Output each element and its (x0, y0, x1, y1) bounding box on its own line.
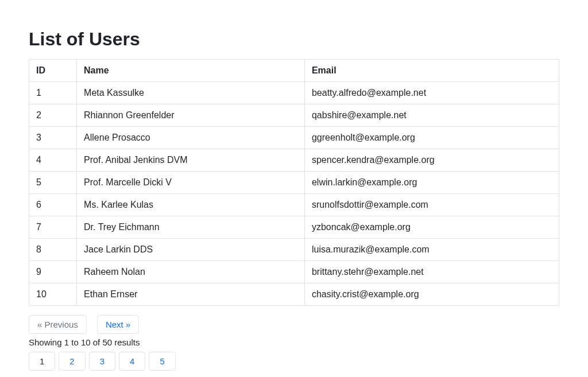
cell-id: 9 (29, 261, 77, 283)
cell-name: Ms. Karlee Kulas (77, 194, 305, 216)
next-button[interactable]: Next » (97, 315, 139, 334)
pagination-pages: 12345 (29, 352, 559, 371)
cell-email: chasity.crist@example.org (304, 283, 559, 306)
cell-id: 10 (29, 283, 77, 306)
table-row: 9Raheem Nolanbrittany.stehr@example.net (29, 261, 559, 283)
page-title: List of Users (29, 29, 559, 50)
cell-id: 7 (29, 216, 77, 239)
cell-email: elwin.larkin@example.org (304, 172, 559, 194)
cell-id: 6 (29, 194, 77, 216)
cell-email: spencer.kendra@example.org (304, 149, 559, 172)
cell-email: luisa.murazik@example.com (304, 239, 559, 261)
cell-id: 1 (29, 82, 77, 104)
page-link-2[interactable]: 2 (59, 352, 85, 371)
page-link-3[interactable]: 3 (89, 352, 115, 371)
table-header-row: ID Name Email (29, 60, 559, 82)
cell-name: Ethan Ernser (77, 283, 305, 306)
cell-name: Prof. Anibal Jenkins DVM (77, 149, 305, 172)
cell-email: srunolfsdottir@example.com (304, 194, 559, 216)
table-row: 3Allene Prosaccoggreenholt@example.org (29, 127, 559, 149)
cell-id: 5 (29, 172, 77, 194)
pagination-prev-next: « Previous Next » (29, 315, 559, 334)
cell-email: brittany.stehr@example.net (304, 261, 559, 283)
cell-id: 2 (29, 104, 77, 127)
table-row: 6Ms. Karlee Kulassrunolfsdottir@example.… (29, 194, 559, 216)
cell-name: Raheem Nolan (77, 261, 305, 283)
table-row: 2Rhiannon Greenfelderqabshire@example.ne… (29, 104, 559, 127)
cell-name: Jace Larkin DDS (77, 239, 305, 261)
cell-email: ggreenholt@example.org (304, 127, 559, 149)
cell-id: 3 (29, 127, 77, 149)
column-header-name: Name (77, 60, 305, 82)
cell-email: qabshire@example.net (304, 104, 559, 127)
previous-button: « Previous (29, 315, 87, 334)
table-row: 4Prof. Anibal Jenkins DVMspencer.kendra@… (29, 149, 559, 172)
table-row: 8Jace Larkin DDSluisa.murazik@example.co… (29, 239, 559, 261)
table-row: 1Meta Kassulkebeatty.alfredo@example.net (29, 82, 559, 104)
cell-email: beatty.alfredo@example.net (304, 82, 559, 104)
cell-id: 8 (29, 239, 77, 261)
table-row: 10Ethan Ernserchasity.crist@example.org (29, 283, 559, 306)
table-row: 5Prof. Marcelle Dicki Velwin.larkin@exam… (29, 172, 559, 194)
cell-id: 4 (29, 149, 77, 172)
page-link-4[interactable]: 4 (119, 352, 145, 371)
page-link-5[interactable]: 5 (149, 352, 175, 371)
cell-email: yzboncak@example.org (304, 216, 559, 239)
cell-name: Prof. Marcelle Dicki V (77, 172, 305, 194)
page-link-1: 1 (29, 352, 55, 371)
cell-name: Meta Kassulke (77, 82, 305, 104)
table-row: 7Dr. Trey Eichmannyzboncak@example.org (29, 216, 559, 239)
cell-name: Rhiannon Greenfelder (77, 104, 305, 127)
cell-name: Dr. Trey Eichmann (77, 216, 305, 239)
pagination-status: Showing 1 to 10 of 50 results (29, 337, 559, 347)
users-table: ID Name Email 1Meta Kassulkebeatty.alfre… (29, 59, 559, 306)
column-header-id: ID (29, 60, 77, 82)
column-header-email: Email (304, 60, 559, 82)
cell-name: Allene Prosacco (77, 127, 305, 149)
